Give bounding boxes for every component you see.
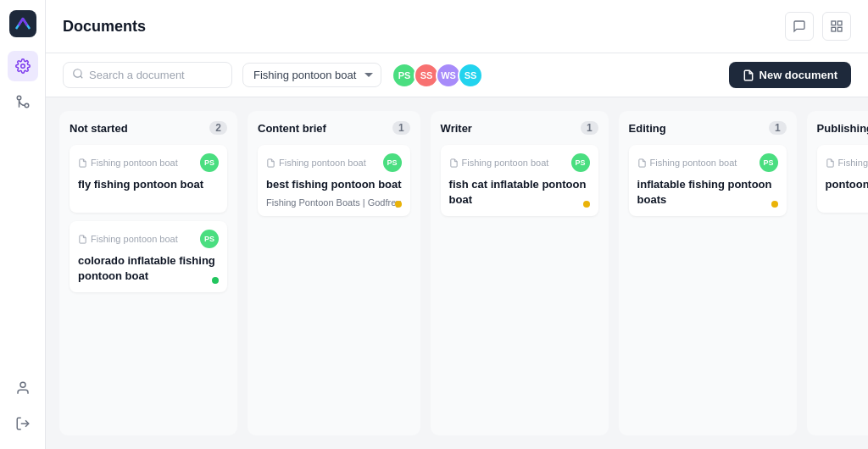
card-meta: Fishing pontoon boatPS [266,153,402,172]
sidebar-item-git[interactable] [8,86,38,117]
sidebar [0,0,46,449]
card-doc-label: Fishing pontoon boat [449,158,549,168]
avatar-ss2: SS [458,63,483,88]
card[interactable]: Fishing pontoon boatPSbest fishing ponto… [258,145,410,216]
card-avatar: PS [571,153,590,172]
svg-point-2 [25,103,29,108]
header-actions [785,12,851,41]
card-doc-label: Fishing pontoon boat [826,158,868,168]
column-count-content-brief: 1 [392,121,410,135]
card-avatar: PS [200,153,219,172]
filter-select[interactable]: Fishing pontoon boat [242,63,381,87]
toolbar: Fishing pontoon boat PS SS WS SS New doc… [46,53,868,97]
column-writer: Writer1 Fishing pontoon boatPSfish cat i… [431,111,609,435]
card-title: fish cat inflatable pontoon boat [449,177,590,208]
card-status-dot [395,201,402,208]
card-doc-label: Fishing pontoon boat [78,158,178,168]
sidebar-item-settings[interactable] [8,51,38,81]
card[interactable]: Fishing pontoon boatPSfly fishing pontoo… [70,145,227,213]
avatar-group: PS SS WS SS [392,63,483,88]
column-header-not-started: Not started2 [70,121,227,135]
column-header-publishing: Publishing1 [817,121,868,135]
card[interactable]: Fishing pontoon boatPScolorado inflatabl… [70,221,227,292]
card-title: pontoon fly fishing boat [826,177,868,192]
card-meta: Fishing pontoon boatPS [78,153,219,172]
card-title: inflatable fishing pontoon boats [637,177,778,208]
column-header-content-brief: Content brief1 [258,121,410,135]
svg-rect-7 [837,21,842,25]
column-not-started: Not started2 Fishing pontoon boatPSfly f… [59,111,237,435]
page-title: Documents [63,18,146,36]
card[interactable]: Fishing pontoon boatPSfish cat inflatabl… [441,145,598,216]
column-header-writer: Writer1 [441,121,598,135]
card[interactable]: Fishing pontoon boatPSpontoon fly fishin… [817,145,868,213]
column-title-writer: Writer [441,122,472,135]
column-count-not-started: 2 [209,121,227,135]
svg-rect-6 [832,21,836,25]
card-meta: Fishing pontoon boatPS [449,153,590,172]
card-avatar: PS [383,153,402,172]
card-doc-label: Fishing pontoon boat [78,234,178,244]
card-meta: Fishing pontoon boatPS [826,153,868,172]
card-meta: Fishing pontoon boatPS [637,153,778,172]
svg-point-1 [20,64,25,69]
card-doc-label: Fishing pontoon boat [266,158,366,168]
svg-point-4 [20,382,25,387]
kanban-board: Not started2 Fishing pontoon boatPSfly f… [46,97,868,449]
card-title: fly fishing pontoon boat [78,177,219,192]
card-avatar: PS [200,230,219,248]
sidebar-item-logout[interactable] [8,408,38,439]
card-status-dot [771,201,778,208]
column-title-not-started: Not started [70,122,128,135]
app-logo [9,10,36,37]
svg-point-10 [74,69,81,77]
svg-point-3 [17,96,21,100]
card[interactable]: Fishing pontoon boatPSinflatable fishing… [629,145,787,216]
main-content: Documents Fis [46,0,868,449]
svg-line-11 [81,76,83,79]
search-icon [72,68,84,82]
svg-rect-0 [9,10,36,37]
card-title: colorado inflatable fishing pontoon boat [78,253,219,284]
card-subtitle: Fishing Pontoon Boats | Godfrey [266,197,402,208]
sidebar-item-profile[interactable] [8,373,38,403]
layout-button[interactable] [822,12,851,41]
comment-button[interactable] [785,12,814,41]
card-title: best fishing pontoon boat [266,177,402,192]
column-publishing: Publishing1 Fishing pontoon boatPSpontoo… [807,111,868,435]
new-document-button[interactable]: New document [729,62,851,88]
column-header-editing: Editing1 [629,121,787,135]
column-title-publishing: Publishing [817,122,868,135]
page-header: Documents [46,0,868,53]
column-count-editing: 1 [769,121,787,135]
card-avatar: PS [760,153,778,172]
svg-rect-8 [832,27,836,31]
search-box[interactable] [63,62,232,88]
column-title-editing: Editing [629,122,666,135]
column-content-brief: Content brief1 Fishing pontoon boatPSbes… [248,111,420,435]
card-meta: Fishing pontoon boatPS [78,230,219,248]
column-editing: Editing1 Fishing pontoon boatPSinflatabl… [619,111,797,435]
card-doc-label: Fishing pontoon boat [637,158,737,168]
sidebar-bottom [8,373,38,439]
column-title-content-brief: Content brief [258,122,326,135]
search-input[interactable] [89,69,199,81]
column-count-writer: 1 [581,121,598,135]
card-status-dot [583,201,590,208]
svg-rect-9 [837,27,842,31]
